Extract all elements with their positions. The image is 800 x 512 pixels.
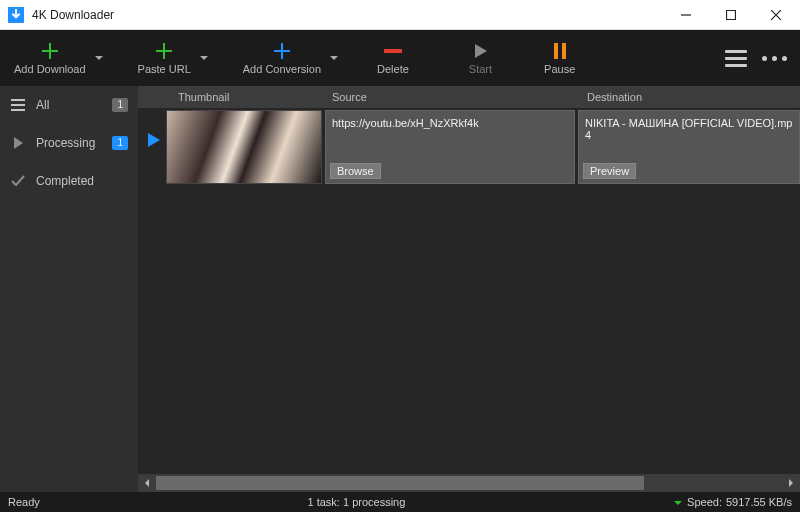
sidebar-item-completed[interactable]: Completed [0, 162, 138, 200]
status-ready: Ready [8, 496, 40, 508]
source-cell: https://youtu.be/xH_NzXRkf4k Browse [325, 110, 575, 184]
minimize-button[interactable] [663, 0, 708, 30]
status-speed: Speed: 5917.55 KB/s [673, 496, 792, 508]
app-logo-icon [8, 7, 24, 23]
title-bar: 4K Downloader [0, 0, 800, 30]
column-headers: Thumbnail Source Destination [138, 86, 800, 108]
preview-button[interactable]: Preview [583, 163, 636, 179]
start-button[interactable]: Start [463, 32, 498, 84]
add-download-label: Add Download [14, 62, 86, 76]
speed-label: Speed: [687, 496, 722, 508]
table-row[interactable]: https://youtu.be/xH_NzXRkf4k Browse NIKI… [138, 108, 800, 184]
toolbar: Add Download Paste URL Add Conversion De… [0, 30, 800, 86]
row-status-icon [140, 110, 166, 148]
sidebar-item-processing[interactable]: Processing 1 [0, 124, 138, 162]
thumbnail-cell [166, 110, 322, 184]
horizontal-scrollbar[interactable] [138, 474, 800, 492]
sidebar-completed-label: Completed [36, 174, 128, 188]
svg-rect-2 [562, 43, 566, 59]
svg-rect-0 [384, 49, 402, 53]
scrollbar-track[interactable] [156, 474, 782, 492]
paste-url-dropdown[interactable] [197, 32, 211, 84]
svg-rect-1 [554, 43, 558, 59]
sidebar-item-all[interactable]: All 1 [0, 86, 138, 124]
check-icon [10, 175, 26, 187]
col-source[interactable]: Source [326, 91, 581, 103]
paste-url-label: Paste URL [138, 62, 191, 76]
list-icon [10, 99, 26, 111]
col-destination[interactable]: Destination [581, 91, 800, 103]
source-text: https://youtu.be/xH_NzXRkf4k [332, 117, 568, 129]
sidebar: All 1 Processing 1 Completed [0, 86, 138, 492]
play-icon [10, 137, 26, 149]
add-conversion-dropdown[interactable] [327, 32, 341, 84]
add-download-button[interactable]: Add Download [8, 32, 92, 84]
status-tasks: 1 task: 1 processing [308, 496, 406, 508]
pause-label: Pause [544, 62, 575, 76]
scroll-right-button[interactable] [782, 474, 800, 492]
destination-text: NIKITA - МАШИНА [OFFICIAL VIDEO].mp4 [585, 117, 793, 141]
sidebar-processing-count: 1 [112, 136, 128, 150]
col-thumbnail[interactable]: Thumbnail [166, 91, 326, 103]
start-label: Start [469, 62, 492, 76]
menu-button[interactable] [718, 32, 754, 84]
main-panel: Thumbnail Source Destination https://you… [138, 86, 800, 492]
download-icon [673, 497, 683, 507]
maximize-button[interactable] [708, 0, 753, 30]
browse-button[interactable]: Browse [330, 163, 381, 179]
window-title: 4K Downloader [32, 8, 114, 22]
sidebar-all-count: 1 [112, 98, 128, 112]
destination-cell: NIKITA - МАШИНА [OFFICIAL VIDEO].mp4 Pre… [578, 110, 800, 184]
thumbnail-image [167, 111, 321, 183]
delete-button[interactable]: Delete [371, 32, 415, 84]
sidebar-processing-label: Processing [36, 136, 102, 150]
more-button[interactable] [756, 32, 792, 84]
scroll-left-button[interactable] [138, 474, 156, 492]
add-conversion-button[interactable]: Add Conversion [237, 32, 327, 84]
add-conversion-label: Add Conversion [243, 62, 321, 76]
sidebar-all-label: All [36, 98, 102, 112]
pause-button[interactable]: Pause [538, 32, 581, 84]
scrollbar-thumb[interactable] [156, 476, 644, 490]
status-bar: Ready 1 task: 1 processing Speed: 5917.5… [0, 492, 800, 512]
delete-label: Delete [377, 62, 409, 76]
content-area: All 1 Processing 1 Completed Thumbnail S… [0, 86, 800, 492]
speed-value: 5917.55 KB/s [726, 496, 792, 508]
paste-url-button[interactable]: Paste URL [132, 32, 197, 84]
close-button[interactable] [753, 0, 798, 30]
add-download-dropdown[interactable] [92, 32, 106, 84]
